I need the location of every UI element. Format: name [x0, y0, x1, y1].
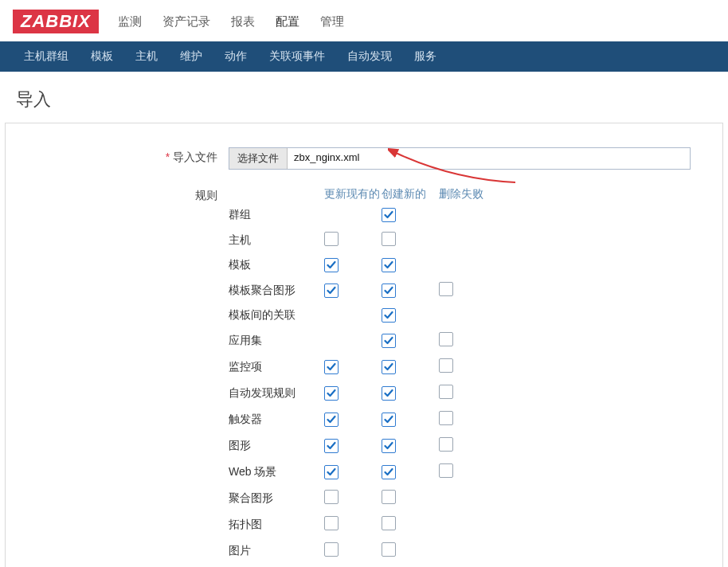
- rule-name: 图片: [229, 544, 324, 558]
- rules-label: 规则: [22, 187, 229, 203]
- top-bar: ZABBIX 监测资产记录报表配置管理: [0, 0, 728, 41]
- rule-name: 模板间的关联: [229, 308, 324, 323]
- col-update: 更新现有的: [324, 187, 382, 203]
- checkbox-create[interactable]: [382, 439, 396, 453]
- logo: ZABBIX: [13, 10, 99, 33]
- checkbox-update[interactable]: [324, 465, 339, 479]
- rules-header-row: 规则 更新现有的 创建新的 删除失败: [22, 187, 706, 203]
- checkbox-delete[interactable]: [439, 358, 453, 373]
- rule-row: Web 场景: [22, 459, 706, 485]
- checkbox-create[interactable]: [382, 284, 396, 298]
- checkbox-create[interactable]: [382, 360, 396, 374]
- checkbox-update[interactable]: [324, 439, 339, 453]
- rule-row: 应用集: [22, 327, 706, 354]
- rule-row: 监控项: [22, 354, 706, 380]
- rule-row: 图形: [22, 432, 706, 459]
- top-menu-item[interactable]: 资产记录: [162, 14, 210, 29]
- checkbox-create[interactable]: [382, 258, 396, 272]
- rule-name: 触发器: [229, 413, 324, 427]
- checkbox-update[interactable]: [324, 284, 339, 298]
- rules-table: 群组主机模板模板聚合图形模板间的关联应用集监控项自动发现规则触发器图形Web 场…: [22, 203, 706, 567]
- checkbox-create[interactable]: [382, 413, 396, 427]
- checkbox-update[interactable]: [324, 386, 339, 401]
- rule-name: 模板聚合图形: [229, 284, 324, 298]
- sub-menu-item[interactable]: 自动发现: [336, 41, 403, 72]
- top-menu-item[interactable]: 监测: [118, 14, 142, 29]
- checkbox-create[interactable]: [382, 232, 396, 246]
- rule-row: 模板: [22, 253, 706, 277]
- rule-name: 应用集: [229, 334, 324, 348]
- checkbox-update[interactable]: [324, 542, 339, 557]
- sub-menu-item[interactable]: 主机群组: [13, 41, 80, 72]
- rule-name: 聚合图形: [229, 491, 324, 506]
- rule-row: 触发器: [22, 406, 706, 432]
- rule-name: 自动发现规则: [229, 386, 324, 401]
- rule-name: 图形: [229, 439, 324, 453]
- rule-name: 监控项: [229, 360, 324, 374]
- checkbox-update[interactable]: [324, 490, 339, 504]
- checkbox-update[interactable]: [324, 258, 339, 272]
- sub-menu-item[interactable]: 关联项事件: [258, 41, 336, 72]
- top-menu-item[interactable]: 报表: [231, 14, 255, 29]
- page-title: 导入: [0, 72, 728, 123]
- checkbox-update[interactable]: [324, 360, 339, 374]
- checkbox-update[interactable]: [324, 516, 339, 530]
- sub-menu-item[interactable]: 主机: [124, 41, 169, 72]
- file-input[interactable]: 选择文件 zbx_nginx.xml: [229, 147, 691, 170]
- checkbox-create[interactable]: [382, 490, 396, 504]
- checkbox-update[interactable]: [324, 413, 339, 427]
- rule-row: 拓扑图: [22, 511, 706, 538]
- checkbox-delete[interactable]: [439, 282, 453, 296]
- rule-row: 自动发现规则: [22, 380, 706, 406]
- top-menu: 监测资产记录报表配置管理: [118, 14, 344, 29]
- rule-row: 图片: [22, 538, 706, 564]
- rule-row: 群组: [22, 203, 706, 227]
- checkbox-create[interactable]: [382, 465, 396, 479]
- col-create: 创建新的: [382, 187, 439, 203]
- import-form: 导入文件 选择文件 zbx_nginx.xml 规则 更新现有的 创建新的 删除…: [5, 123, 723, 567]
- checkbox-create[interactable]: [382, 542, 396, 557]
- choose-file-button[interactable]: 选择文件: [229, 148, 288, 169]
- rule-row: 聚合图形: [22, 485, 706, 511]
- sub-menu-item[interactable]: 动作: [213, 41, 258, 72]
- rule-name: 拓扑图: [229, 518, 324, 532]
- import-file-row: 导入文件 选择文件 zbx_nginx.xml: [22, 147, 706, 170]
- checkbox-delete[interactable]: [439, 332, 453, 346]
- checkbox-update[interactable]: [324, 232, 339, 246]
- checkbox-create[interactable]: [382, 516, 396, 530]
- top-menu-item[interactable]: 管理: [320, 14, 344, 29]
- sub-menu-item[interactable]: 服务: [403, 41, 448, 72]
- checkbox-delete[interactable]: [439, 411, 453, 425]
- rule-row: 模板聚合图形: [22, 277, 706, 303]
- rule-row: 主机: [22, 227, 706, 253]
- sub-nav: 主机群组模板主机维护动作关联项事件自动发现服务: [0, 41, 728, 72]
- checkbox-delete[interactable]: [439, 385, 453, 399]
- col-delete: 删除失败: [439, 187, 496, 203]
- checkbox-delete[interactable]: [439, 463, 453, 478]
- top-menu-item[interactable]: 配置: [276, 14, 299, 29]
- checkbox-create[interactable]: [382, 334, 396, 348]
- rule-row: 模板间的关联: [22, 303, 706, 327]
- import-file-label: 导入文件: [22, 147, 229, 170]
- checkbox-create[interactable]: [382, 208, 396, 222]
- rule-name: Web 场景: [229, 465, 324, 479]
- rule-name: 群组: [229, 208, 324, 222]
- rule-row: 映射值: [22, 564, 706, 567]
- rule-name: 模板: [229, 258, 324, 272]
- sub-menu-item[interactable]: 维护: [169, 41, 213, 72]
- checkbox-delete[interactable]: [439, 437, 453, 452]
- sub-menu-item[interactable]: 模板: [80, 41, 124, 72]
- checkbox-create[interactable]: [382, 308, 396, 323]
- rule-name: 主机: [229, 233, 324, 248]
- file-name: zbx_nginx.xml: [288, 148, 690, 169]
- checkbox-create[interactable]: [382, 386, 396, 401]
